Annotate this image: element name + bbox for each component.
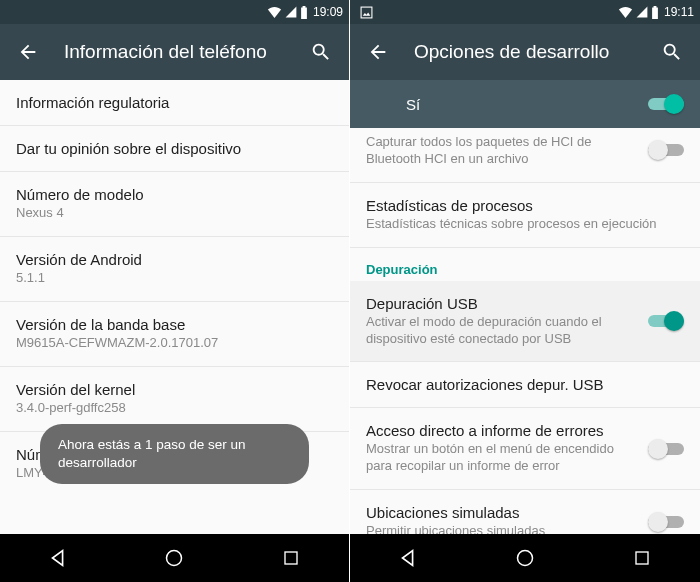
status-time: 19:11 xyxy=(664,5,694,19)
nav-recents[interactable] xyxy=(612,534,672,582)
app-bar: Información del teléfono xyxy=(0,24,349,80)
row-value: 5.1.1 xyxy=(16,270,333,287)
back-button[interactable] xyxy=(8,32,48,72)
toast: Ahora estás a 1 paso de ser un desarroll… xyxy=(40,424,309,484)
master-toggle[interactable] xyxy=(648,94,684,114)
battery-icon xyxy=(300,6,308,19)
toggle-usb-debugging[interactable] xyxy=(648,311,684,331)
row-label: Información regulatoria xyxy=(16,94,333,111)
app-bar: Opciones de desarrollo xyxy=(350,24,700,80)
signal-icon xyxy=(285,6,297,18)
row-bugreport-shortcut[interactable]: Acceso directo a informe de errores Most… xyxy=(350,408,700,490)
row-android-version[interactable]: Versión de Android 5.1.1 xyxy=(0,237,349,302)
phone-right: 19:11 Opciones de desarrollo Sí Capturar… xyxy=(350,0,700,582)
row-subtext: Capturar todos los paquetes de HCI de Bl… xyxy=(366,134,636,168)
wifi-icon xyxy=(267,6,282,18)
row-label: Revocar autorizaciones depur. USB xyxy=(366,376,684,393)
row-kernel[interactable]: Versión del kernel 3.4.0-perf-gdffc258 xyxy=(0,367,349,432)
svg-point-0 xyxy=(167,551,182,566)
row-bt-hci[interactable]: Capturar todos los paquetes de HCI de Bl… xyxy=(350,128,700,183)
row-regulatory[interactable]: Información regulatoria xyxy=(0,80,349,126)
row-feedback[interactable]: Dar tu opinión sobre el dispositivo xyxy=(0,126,349,172)
svg-rect-4 xyxy=(636,552,648,564)
search-button[interactable] xyxy=(652,32,692,72)
row-model[interactable]: Número de modelo Nexus 4 xyxy=(0,172,349,237)
nav-back[interactable] xyxy=(378,534,438,582)
row-label: Versión de Android xyxy=(16,251,333,268)
row-value: Nexus 4 xyxy=(16,205,333,222)
svg-rect-1 xyxy=(285,552,297,564)
master-switch-row[interactable]: Sí xyxy=(350,80,700,128)
svg-point-3 xyxy=(517,551,532,566)
status-time: 19:09 xyxy=(313,5,343,19)
row-subtext: Activar el modo de depuración cuando el … xyxy=(366,314,636,348)
nav-bar xyxy=(350,534,700,582)
row-label: Acceso directo a informe de errores xyxy=(366,422,636,439)
row-baseband[interactable]: Versión de la banda base M9615A-CEFWMAZM… xyxy=(0,302,349,367)
nav-back[interactable] xyxy=(28,534,88,582)
row-subtext: Permitir ubicaciones simuladas xyxy=(366,523,636,534)
settings-list: Capturar todos los paquetes de HCI de Bl… xyxy=(350,128,700,534)
row-mock-locations[interactable]: Ubicaciones simuladas Permitir ubicacion… xyxy=(350,490,700,534)
row-subtext: Estadísticas técnicas sobre procesos en … xyxy=(366,216,684,233)
svg-rect-2 xyxy=(361,7,372,18)
row-label: Dar tu opinión sobre el dispositivo xyxy=(16,140,333,157)
row-label: Número de modelo xyxy=(16,186,333,203)
nav-recents[interactable] xyxy=(261,534,321,582)
toggle-mock-locations[interactable] xyxy=(648,512,684,532)
toggle-bt-hci[interactable] xyxy=(648,140,684,160)
page-title: Opciones de desarrollo xyxy=(398,41,652,63)
master-switch-label: Sí xyxy=(406,96,420,113)
row-value: M9615A-CEFWMAZM-2.0.1701.07 xyxy=(16,335,333,352)
row-usb-debugging[interactable]: Depuración USB Activar el modo de depura… xyxy=(350,281,700,363)
phone-left: 19:09 Información del teléfono Informaci… xyxy=(0,0,350,582)
row-value: 3.4.0-perf-gdffc258 xyxy=(16,400,333,417)
back-button[interactable] xyxy=(358,32,398,72)
toggle-bugreport[interactable] xyxy=(648,439,684,459)
page-title: Información del teléfono xyxy=(48,41,301,63)
row-label: Versión de la banda base xyxy=(16,316,333,333)
nav-home[interactable] xyxy=(144,534,204,582)
row-label: Versión del kernel xyxy=(16,381,333,398)
status-bar: 19:11 xyxy=(350,0,700,24)
nav-bar xyxy=(0,534,349,582)
search-button[interactable] xyxy=(301,32,341,72)
row-subtext: Mostrar un botón en el menú de encendido… xyxy=(366,441,636,475)
nav-home[interactable] xyxy=(495,534,555,582)
status-bar: 19:09 xyxy=(0,0,349,24)
signal-icon xyxy=(636,6,648,18)
section-header-debugging: Depuración xyxy=(350,248,700,281)
row-revoke-usb[interactable]: Revocar autorizaciones depur. USB xyxy=(350,362,700,408)
wifi-icon xyxy=(618,6,633,18)
row-label: Ubicaciones simuladas xyxy=(366,504,636,521)
row-process-stats[interactable]: Estadísticas de procesos Estadísticas té… xyxy=(350,183,700,248)
row-label: Depuración USB xyxy=(366,295,636,312)
image-icon xyxy=(360,6,373,19)
row-label: Estadísticas de procesos xyxy=(366,197,684,214)
battery-icon xyxy=(651,6,659,19)
